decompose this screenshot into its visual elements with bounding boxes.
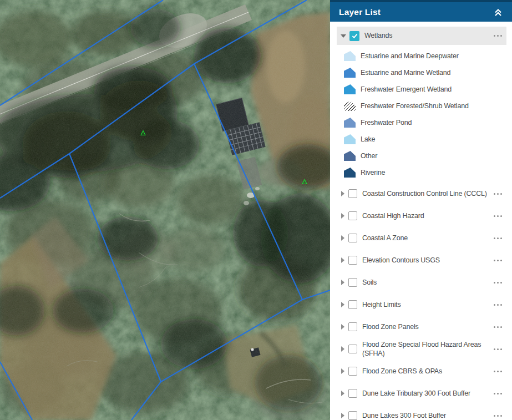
ellipsis-icon (494, 415, 495, 417)
expand-caret-icon[interactable] (341, 235, 344, 241)
aerial-imagery (0, 0, 330, 420)
layer-row[interactable]: Height Limits (337, 294, 506, 316)
layer-row[interactable]: Soils (337, 271, 506, 294)
polygon-swatch-icon (344, 84, 356, 94)
legend-label: Riverine (361, 169, 385, 176)
ellipsis-icon (494, 260, 495, 261)
layer-list-body: Wetlands Estuarine and Marine DeepwaterE… (330, 22, 512, 420)
ellipsis-icon (494, 393, 495, 394)
layer-menu-button[interactable] (491, 302, 503, 308)
legend-label: Freshwater Pond (361, 119, 412, 126)
layer-checkbox[interactable] (348, 256, 357, 265)
layer-menu-button[interactable] (491, 33, 503, 39)
layer-menu-button[interactable] (491, 280, 503, 286)
layer-menu-button[interactable] (491, 413, 503, 419)
layer-checkbox[interactable] (348, 300, 357, 309)
layer-row-wetlands[interactable]: Wetlands (337, 27, 506, 45)
layer-checkbox[interactable] (348, 345, 357, 353)
layer-menu-button[interactable] (491, 324, 503, 330)
ellipsis-icon (500, 282, 502, 284)
layer-row[interactable]: Dune Lakes 300 Foot Buffer (337, 404, 506, 420)
ellipsis-icon (494, 282, 495, 284)
layer-row[interactable]: Coastal Construction Control Line (CCCL) (337, 183, 506, 205)
layer-label: Flood Zone Special Flood Hazard Areas (S… (362, 340, 491, 358)
ellipsis-icon (497, 415, 499, 417)
layer-label: Dune Lake Tributary 300 Foot Buffer (362, 389, 491, 398)
expand-caret-icon[interactable] (341, 302, 344, 307)
layer-checkbox[interactable] (348, 189, 357, 198)
ellipsis-icon (500, 393, 502, 394)
ellipsis-icon (500, 415, 502, 417)
polygon-swatch-icon (344, 51, 356, 61)
ellipsis-icon (494, 193, 495, 195)
ellipsis-icon (497, 237, 499, 239)
layer-row[interactable]: Flood Zone CBRS & OPAs (337, 360, 506, 382)
layer-row[interactable]: Flood Zone Panels (337, 316, 506, 338)
legend-label: Lake (361, 135, 375, 143)
legend-item: Freshwater Forested/Shrub Wetland (344, 98, 506, 114)
ellipsis-icon (494, 35, 495, 37)
ellipsis-icon (494, 215, 495, 217)
ellipsis-icon (494, 348, 495, 350)
expand-caret-icon[interactable] (341, 280, 344, 285)
layer-menu-button[interactable] (491, 235, 503, 241)
expand-caret-icon[interactable] (341, 413, 344, 418)
wetlands-legend: Estuarine and Marine DeepwaterEstuarine … (337, 45, 506, 183)
layer-label: Wetlands (364, 31, 491, 40)
expand-caret-icon[interactable] (341, 191, 344, 196)
layer-label: Dune Lakes 300 Foot Buffer (362, 411, 491, 420)
collapse-panel-button[interactable] (491, 5, 505, 19)
expand-caret-icon[interactable] (341, 324, 344, 330)
legend-item: Riverine (344, 164, 506, 181)
ellipsis-icon (494, 304, 495, 306)
polygon-swatch-icon (344, 134, 356, 144)
layer-row[interactable]: Flood Zone Special Flood Hazard Areas (S… (337, 338, 506, 360)
layer-menu-button[interactable] (491, 391, 503, 397)
layer-menu-button[interactable] (491, 368, 503, 375)
layer-checkbox[interactable] (348, 367, 357, 376)
checkmark-icon (351, 32, 358, 39)
ellipsis-icon (497, 282, 499, 284)
layer-checkbox[interactable] (348, 389, 357, 398)
expand-caret-icon[interactable] (341, 391, 344, 396)
gis-application: Layer List Wetlands Estuarine and M (0, 0, 512, 420)
layer-menu-button[interactable] (491, 191, 503, 197)
ellipsis-icon (500, 35, 502, 37)
legend-item: Estuarine and Marine Wetland (344, 64, 506, 81)
layer-row[interactable]: Coastal High Hazard (337, 205, 506, 227)
layer-label: Coastal A Zone (362, 234, 491, 242)
layer-menu-button[interactable] (491, 257, 503, 264)
layer-menu-button[interactable] (491, 213, 503, 219)
layer-row[interactable]: Elevation Contours USGS (337, 249, 506, 271)
expand-caret-icon[interactable] (341, 213, 344, 219)
ellipsis-icon (500, 371, 502, 372)
layer-label: Elevation Contours USGS (362, 256, 491, 265)
ellipsis-icon (497, 326, 499, 328)
legend-label: Other (361, 152, 377, 160)
legend-item: Freshwater Emergent Wetland (344, 81, 506, 98)
layer-checkbox[interactable] (348, 278, 357, 287)
expand-caret-icon[interactable] (341, 368, 344, 374)
collapse-caret-icon[interactable] (341, 34, 346, 38)
panel-header: Layer List (330, 2, 512, 22)
expand-caret-icon[interactable] (341, 257, 344, 263)
layer-menu-button[interactable] (491, 346, 503, 352)
layer-row[interactable]: Dune Lake Tributary 300 Foot Buffer (337, 382, 506, 404)
legend-label: Estuarine and Marine Deepwater (361, 52, 459, 60)
ellipsis-icon (494, 371, 495, 372)
wetlands-checkbox[interactable] (349, 31, 359, 41)
legend-label: Freshwater Emergent Wetland (361, 85, 452, 93)
layer-row[interactable]: Coastal A Zone (337, 227, 506, 249)
map-canvas[interactable] (0, 0, 330, 420)
ellipsis-icon (497, 304, 499, 306)
legend-item: Estuarine and Marine Deepwater (344, 48, 506, 64)
layer-checkbox[interactable] (348, 211, 357, 220)
expand-caret-icon[interactable] (341, 346, 344, 352)
ellipsis-icon (500, 348, 502, 350)
layer-checkbox[interactable] (348, 411, 357, 420)
ellipsis-icon (497, 260, 499, 261)
layer-checkbox[interactable] (348, 322, 357, 331)
layer-checkbox[interactable] (348, 234, 357, 242)
layer-label: Soils (362, 278, 491, 287)
ellipsis-icon (500, 237, 502, 239)
